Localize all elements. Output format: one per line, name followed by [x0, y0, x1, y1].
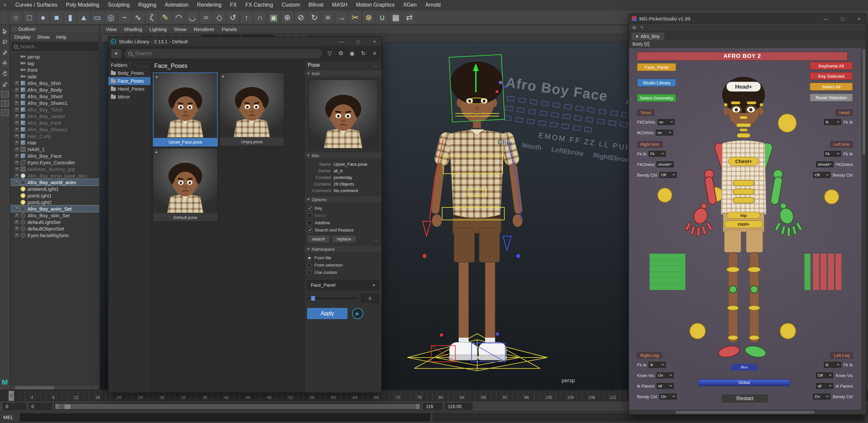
picker-namespace-icon[interactable]: ⊞	[632, 25, 637, 30]
face-gui-control[interactable]	[573, 125, 581, 131]
blend-slider[interactable]	[307, 298, 358, 299]
face-gui-control[interactable]	[574, 116, 582, 121]
outliner-search-input[interactable]	[20, 44, 96, 49]
library-search-input[interactable]	[135, 51, 318, 57]
global-control[interactable]: Global	[698, 379, 790, 386]
picker-tab[interactable]: Afro_Boy	[631, 32, 665, 40]
outliner-item[interactable]: skeleton_dummy_grp	[10, 166, 99, 172]
shelf-tool-icon[interactable]: ↑	[240, 11, 253, 24]
face-gui-control[interactable]	[505, 105, 513, 111]
command-language-toggle[interactable]: MEL	[3, 414, 17, 420]
close-icon[interactable]: ×	[368, 37, 381, 46]
apply-button[interactable]: Apply	[307, 308, 347, 319]
right-foot-control[interactable]	[717, 344, 740, 359]
attr-dropdown[interactable]: On	[813, 394, 830, 399]
shelf-tool-icon[interactable]: ≡	[322, 11, 334, 24]
outliner-item[interactable]: Afro_Boy_Shirt	[10, 80, 99, 86]
outliner-item[interactable]: persp	[10, 53, 99, 60]
folders-more-icon[interactable]: ...	[143, 62, 148, 68]
outliner-item[interactable]: Afro_Boy_Face	[10, 153, 99, 159]
viewport-menu-item[interactable]: Lighting	[146, 27, 170, 32]
outliner-item[interactable]: ambientLight1	[10, 186, 99, 192]
outliner-header[interactable]: Outliner	[10, 25, 99, 33]
shelf-tool-icon[interactable]: ≈	[199, 11, 212, 24]
outliner-hscrollbar[interactable]	[10, 385, 99, 390]
minimize-icon[interactable]: —	[335, 37, 348, 46]
shelf-tool-icon[interactable]: ⊕	[281, 11, 293, 24]
face-gui-control[interactable]	[518, 98, 526, 103]
outliner-item[interactable]: Afro_Boy_Body	[10, 86, 99, 93]
face-gui-control[interactable]	[553, 102, 561, 108]
face-gui-control[interactable]	[561, 124, 569, 129]
shelf-tab[interactable]: MASH	[328, 0, 352, 10]
expand-icon[interactable]	[15, 174, 19, 177]
shelf-tool-icon[interactable]: ⊘	[294, 11, 307, 24]
shelf-tool-icon[interactable]: ▦	[390, 11, 402, 24]
shelf-tool-icon[interactable]: ∩	[254, 11, 267, 24]
picker-canvas[interactable]: AFRO BOY 2 Face_Panel Studio Library Sel…	[629, 48, 861, 410]
filter-icon[interactable]: ▽	[325, 50, 334, 57]
expand-icon[interactable]	[15, 181, 19, 184]
maximize-icon[interactable]: □	[351, 37, 365, 46]
namespace-section-header[interactable]: Namespace	[305, 246, 381, 253]
expand-icon[interactable]	[15, 148, 19, 151]
shelf-tool-icon[interactable]: ◠	[173, 11, 185, 24]
shelf-tool-icon[interactable]: ζ	[145, 11, 158, 24]
lasso-tool-icon[interactable]	[1, 38, 9, 46]
shelf-tool-icon[interactable]: ■	[50, 11, 63, 24]
outliner-item[interactable]: Afro_Boy_anim_Set	[10, 205, 99, 212]
outliner-item[interactable]: pointLight2	[10, 199, 99, 205]
settings-icon[interactable]: ⚙	[337, 50, 345, 57]
radio-button[interactable]	[307, 256, 312, 260]
outliner-item[interactable]: Afro_Boy_world_anim	[10, 179, 99, 186]
layout-four-pane-icon[interactable]	[1, 100, 9, 107]
radio-button[interactable]	[307, 263, 312, 267]
face-gui-control[interactable]	[541, 101, 549, 106]
minimize-icon[interactable]: —	[819, 14, 833, 24]
folder-item[interactable]: Face_Poses	[108, 77, 151, 85]
viewport-menu-item[interactable]: Panels	[218, 27, 240, 32]
face-gui-control[interactable]	[504, 116, 512, 121]
folder-item[interactable]: Mirror	[108, 93, 151, 101]
shelf-tool-icon[interactable]: ▮	[64, 11, 76, 24]
face-gui-control[interactable]	[620, 122, 628, 127]
pose-add-icon[interactable]: +	[155, 74, 158, 79]
viewport-menu-item[interactable]: Show	[171, 27, 190, 32]
folder-item[interactable]: Body_Poses	[108, 69, 151, 77]
outliner-menu-item[interactable]: Help	[56, 34, 66, 40]
shelf-tool-icon[interactable]: ⇄	[403, 11, 415, 24]
pose-more-icon[interactable]: ...	[373, 62, 378, 68]
face-gui-control[interactable]	[598, 109, 606, 115]
outliner-item[interactable]: Afro_Boy_Shoes2	[10, 126, 99, 133]
shelf-tab[interactable]: Arnold	[421, 0, 445, 10]
shelf-tool-icon[interactable]: ∪	[376, 11, 389, 24]
expand-icon[interactable]	[15, 115, 19, 118]
expand-icon[interactable]	[15, 141, 19, 144]
shelf-tab[interactable]: FX	[226, 0, 241, 10]
refresh-icon[interactable]: ↻	[359, 50, 368, 57]
expand-icon[interactable]	[15, 95, 19, 98]
pose-add-icon[interactable]: +	[155, 149, 158, 155]
shelf-menu-icon[interactable]: ≡	[3, 2, 6, 8]
expand-icon[interactable]	[15, 154, 19, 158]
maximize-icon[interactable]: □	[836, 14, 849, 24]
shelf-tool-icon[interactable]: ▭	[91, 11, 103, 24]
outliner-menu-item[interactable]: Show	[37, 34, 50, 40]
shelf-tab[interactable]: Sculpting	[103, 0, 134, 10]
shelf-tool-icon[interactable]: ~	[118, 11, 131, 24]
checkbox[interactable]	[307, 206, 312, 211]
expand-icon[interactable]	[15, 101, 19, 105]
info-section-header[interactable]: Info	[305, 152, 381, 159]
outliner-item[interactable]: pointLight1	[10, 192, 99, 199]
outliner-item[interactable]: top	[10, 60, 99, 66]
outliner-item[interactable]: defaultLightSet	[10, 219, 99, 225]
expand-icon[interactable]	[15, 220, 19, 224]
outliner-menu-item[interactable]: Display	[14, 34, 30, 40]
pose-item[interactable]: + Default.pose	[153, 148, 218, 222]
knee-controls[interactable]	[730, 286, 758, 293]
rotate-tool-icon[interactable]	[1, 70, 9, 78]
outliner-search-box[interactable]	[11, 42, 98, 51]
studio-library-titlebar[interactable]: ▶ Studio Library - 2.13.1 - Default — □ …	[108, 37, 381, 46]
layout-single-pane-icon[interactable]	[1, 91, 9, 98]
shelf-tool-icon[interactable]: ●	[37, 11, 49, 24]
